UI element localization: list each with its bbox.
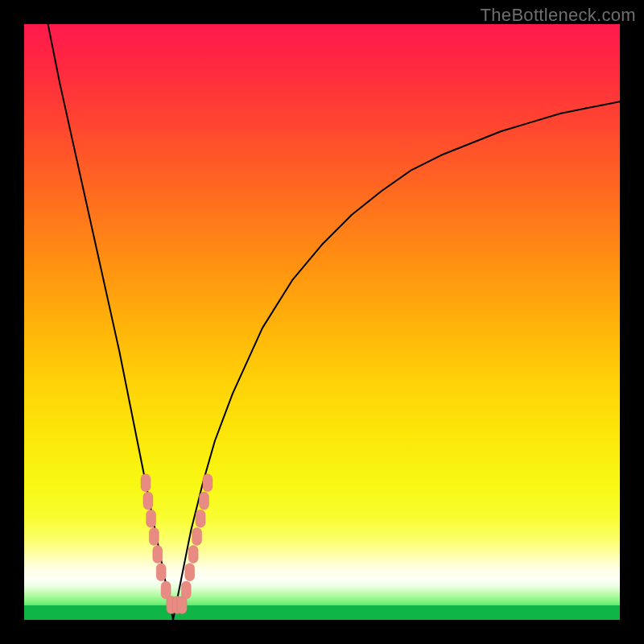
marker-dot [153, 546, 163, 564]
curve-overlay [24, 24, 620, 620]
plot-inner [24, 24, 620, 620]
marker-dot [192, 527, 202, 545]
plot-area [21, 21, 623, 623]
marker-dot [156, 564, 166, 581]
marker-dot [141, 474, 151, 492]
marker-dot [181, 581, 191, 599]
marker-dot [143, 492, 153, 510]
marker-dot [199, 492, 208, 510]
curve-paths [48, 24, 620, 620]
marker-dot [185, 564, 195, 581]
chart-frame: TheBottleneck.com [0, 0, 644, 644]
marker-dots [141, 474, 213, 614]
series-right-branch [173, 101, 620, 620]
marker-dot [147, 510, 156, 527]
marker-dot [196, 510, 205, 527]
marker-dot [149, 527, 159, 545]
marker-dot [161, 581, 171, 599]
marker-dot [188, 546, 198, 564]
marker-dot [203, 474, 213, 492]
watermark-label: TheBottleneck.com [481, 5, 636, 26]
